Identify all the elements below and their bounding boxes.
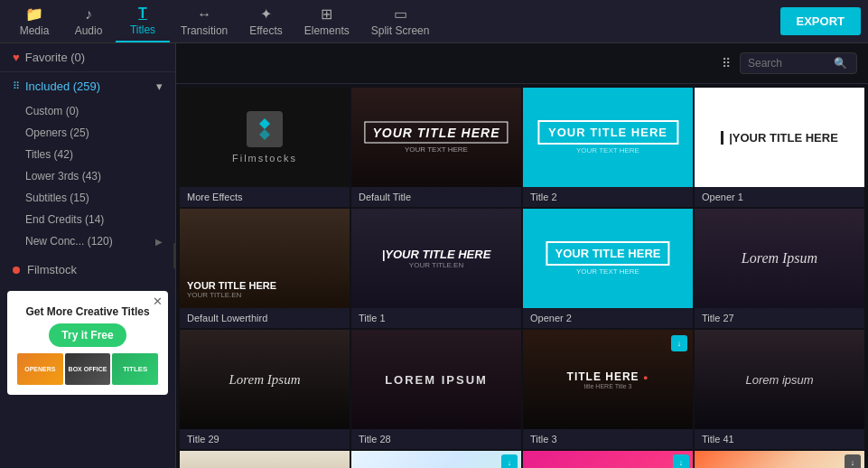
card-opener-1[interactable]: |YOUR TITLE HERE Opener 1 (695, 88, 864, 207)
nav-elements-label: Elements (304, 24, 350, 37)
sidebar-item-openers[interactable]: Openers (25) (0, 122, 175, 144)
card-bottom-1[interactable]: YOUR HEADLINE (180, 451, 350, 468)
sidebar-item-titles[interactable]: Titles (42) (0, 144, 175, 165)
promo-thumb-2: BOX OFFICE (65, 353, 111, 385)
card-thumb-lowerthird: YOUR TITLE HERE YOUR TITLE.EN (180, 209, 350, 308)
promo-close-button[interactable]: ✕ (153, 295, 163, 308)
newconc-label: New Conc... (120) (25, 235, 113, 248)
openers-label: Openers (25) (25, 126, 89, 139)
card-default-title[interactable]: YOUR TITLE HERE YOUR TEXT HERE Default T… (351, 88, 521, 207)
card-thumb-default-title: YOUR TITLE HERE YOUR TEXT HERE (351, 88, 521, 187)
thumb-text: TITLE HERE ● (531, 370, 684, 383)
export-button[interactable]: EXPORT (780, 7, 861, 35)
grid-view-icon[interactable]: ⠿ (722, 56, 731, 70)
promo-thumb-1: OPENERS (17, 353, 63, 385)
thumb-text: YOUR TITLE HERE (364, 122, 508, 144)
nav-titles[interactable]: T Titles (116, 0, 170, 42)
card-title-1[interactable]: |YOUR TITLE HERE YOUR TITLE.EN Title 1 (351, 209, 521, 328)
svg-marker-0 (259, 118, 270, 129)
nav-audio[interactable]: ♪ Audio (61, 0, 116, 42)
subtitles-label: Subtitles (15) (25, 192, 89, 204)
card-thumb-title-1: |YOUR TITLE HERE YOUR TITLE.EN (351, 209, 521, 308)
chevron-right-icon: ▶ (155, 237, 163, 247)
card-title-27[interactable]: Lorem Ipsum Title 27 (695, 209, 864, 328)
sidebar-item-custom[interactable]: Custom (0) (0, 100, 175, 122)
sidebar-item-endcredits[interactable]: End Credits (14) (0, 209, 175, 230)
thumb-text: Lorem Ipsum (703, 250, 855, 267)
card-label-title-28: Title 28 (351, 429, 521, 449)
download-badge: ↓ (671, 335, 687, 351)
top-navigation: 📁 Media ♪ Audio T Titles ↔ Transition ✦ … (0, 0, 868, 43)
promo-thumbnails: OPENERS BOX OFFICE TITLES (16, 352, 159, 386)
effects-icon: ✦ (260, 5, 272, 23)
thumb-text: |YOUR TITLE HERE (721, 131, 838, 145)
card-thumb-bottom-4: YOUR ↓ (695, 451, 864, 468)
sidebar-included[interactable]: ⠿ Included (259) ▾ (0, 72, 175, 100)
card-title-28[interactable]: LOREM IPSUM Title 28 (351, 330, 521, 449)
lower3rds-label: Lower 3rds (43) (25, 170, 101, 183)
card-label-opener-1: Opener 1 (695, 187, 864, 207)
promo-thumb-3: TITLES (112, 353, 158, 385)
card-thumb-opener-2: YOUR TITLE HERE YOUR TEXT HERE (523, 209, 693, 308)
card-title-2[interactable]: YOUR TITLE HERE YOUR TEXT HERE Title 2 (523, 88, 693, 207)
download-badge-3: ↓ (673, 454, 689, 468)
card-bottom-2[interactable]: YOUR TEXT HERE ↓ (351, 451, 521, 468)
search-input[interactable] (748, 57, 834, 70)
card-label-more-effects: More Effects (180, 187, 350, 207)
thumb-text: LOREM IPSUM (359, 373, 512, 387)
titles-grid: Filmstocks More Effects YOUR TITLE HERE … (176, 84, 868, 468)
thumb-text: Lorem ipsum (703, 373, 855, 387)
chevron-down-icon: ▾ (156, 80, 163, 93)
download-badge-4: ↓ (845, 454, 861, 468)
promo-card: ✕ Get More Creative Titles Try it Free O… (7, 291, 168, 395)
card-thumb-title-2: YOUR TITLE HERE YOUR TEXT HERE (523, 88, 693, 187)
nav-splitscreen[interactable]: ▭ Split Screen (360, 0, 441, 42)
card-thumb-title-27: Lorem Ipsum (695, 209, 864, 308)
card-label-title-41: Title 41 (695, 429, 864, 449)
nav-elements[interactable]: ⊞ Elements (294, 0, 360, 42)
sidebar-item-lower3rds[interactable]: Lower 3rds (43) (0, 165, 175, 187)
audio-icon: ♪ (85, 6, 92, 23)
content-area: ⠿ 🔍 Filmstocks (176, 43, 868, 468)
favorite-label: Favorite (0) (25, 51, 85, 64)
download-badge-2: ↓ (501, 454, 518, 468)
card-default-lowerthird[interactable]: YOUR TITLE HERE YOUR TITLE.EN Default Lo… (180, 209, 350, 328)
thumb-text: YOUR TITLE HERE (546, 241, 669, 266)
card-title-41[interactable]: Lorem ipsum Title 41 (695, 330, 864, 449)
card-thumb-bottom-2: YOUR TEXT HERE ↓ (351, 451, 521, 468)
nav-effects[interactable]: ✦ Effects (238, 0, 293, 42)
card-label-lowerthird: Default Lowerthird (180, 308, 350, 328)
grid-dots-icon: ⠿ (13, 80, 20, 92)
card-more-effects[interactable]: Filmstocks More Effects (180, 88, 350, 207)
nav-media[interactable]: 📁 Media (7, 0, 61, 42)
card-thumb-title-28: LOREM IPSUM (351, 330, 521, 429)
card-bottom-4[interactable]: YOUR ↓ (695, 451, 864, 468)
nav-titles-label: Titles (130, 23, 155, 36)
thumb-text: Lorem Ipsum (188, 372, 341, 388)
heart-icon: ♥ (13, 51, 20, 64)
filmstock-label: Filmstock (27, 263, 77, 276)
elements-icon: ⊞ (321, 5, 332, 23)
card-bottom-3[interactable]: TITLE HERE ↓ (523, 451, 693, 468)
promo-title: Get More Creative Titles (16, 305, 159, 318)
card-label-title-27: Title 27 (695, 308, 864, 328)
card-title-29[interactable]: Lorem Ipsum Title 29 (180, 330, 350, 449)
splitscreen-icon: ▭ (394, 5, 407, 23)
nav-effects-label: Effects (249, 24, 282, 37)
card-opener-2[interactable]: YOUR TITLE HERE YOUR TEXT HERE Opener 2 (523, 209, 693, 328)
sidebar-favorite[interactable]: ♥ Favorite (0) (0, 43, 175, 72)
card-thumb-bottom-3: TITLE HERE ↓ (523, 451, 693, 468)
sidebar-item-newconc[interactable]: New Conc... (120) ▶ (0, 230, 175, 252)
search-input-wrap: 🔍 (740, 52, 857, 74)
card-title-3[interactable]: TITLE HERE ● title HERE Title 3 ↓ Title … (523, 330, 693, 449)
sidebar: ♥ Favorite (0) ⠿ Included (259) ▾ Custom… (0, 43, 176, 468)
filmstock-logo: Filmstocks (232, 111, 297, 164)
thumb-text: YOUR TITLE HERE (187, 280, 342, 291)
card-thumb-title-3: TITLE HERE ● title HERE Title 3 ↓ (523, 330, 693, 429)
card-label-title-29: Title 29 (180, 429, 350, 449)
sidebar-item-subtitles[interactable]: Subtitles (15) (0, 187, 175, 209)
card-thumb-title-41: Lorem ipsum (695, 330, 864, 429)
sidebar-filmstock[interactable]: Filmstock (0, 256, 175, 284)
nav-transition[interactable]: ↔ Transition (170, 0, 238, 42)
promo-cta-button[interactable]: Try it Free (49, 323, 126, 347)
